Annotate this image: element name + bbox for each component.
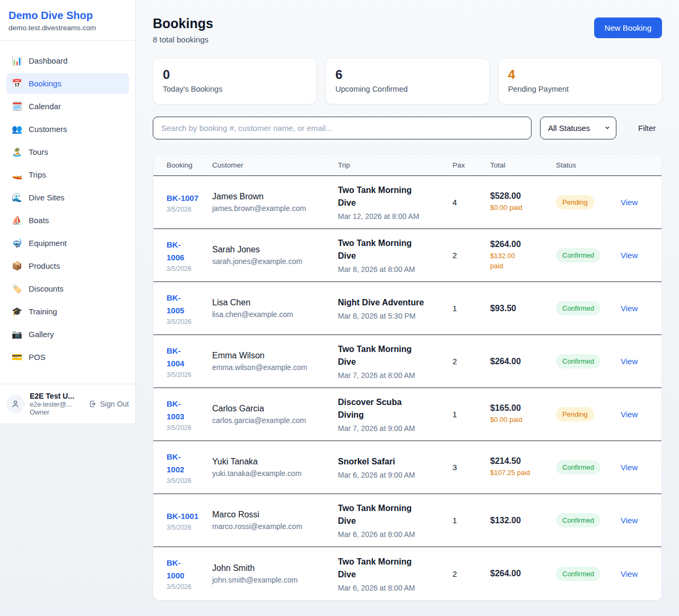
status-cell: Confirmed — [556, 567, 621, 581]
sidebar-item-label: Discounts — [29, 284, 64, 293]
sidebar-item-bookings[interactable]: 📅Bookings — [6, 73, 129, 94]
view-link[interactable]: View — [621, 516, 638, 525]
trip-cell: Two Tank Morning Dive Mar 8, 2026 at 8:0… — [338, 237, 452, 274]
stat-label: Upcoming Confirmed — [335, 85, 479, 93]
booking-id-link[interactable]: BK- 1000 — [167, 558, 184, 580]
sidebar-item-training[interactable]: 🎓Training — [6, 301, 129, 322]
sidebar-item-trips[interactable]: 🚤Trips — [6, 164, 129, 185]
sidebar-item-dashboard[interactable]: 📊Dashboard — [6, 50, 129, 71]
customer-cell: James Brown james.brown@example.com — [212, 192, 338, 213]
page-title: Bookings — [153, 16, 213, 31]
status-cell: Confirmed — [556, 460, 621, 474]
trip-name: Two Tank Morning Dive — [338, 556, 448, 581]
stats-row: 0 Today's Bookings 6 Upcoming Confirmed … — [153, 58, 662, 104]
island-icon: 🏝️ — [12, 147, 22, 157]
customer-name: Emma Wilson — [212, 351, 334, 360]
column-header-trip: Trip — [338, 161, 452, 169]
avatar — [6, 395, 24, 413]
booking-date: 3/5/2026 — [167, 318, 208, 325]
sidebar-item-pos[interactable]: 💳POS — [6, 347, 129, 367]
sidebar-item-calendar[interactable]: 🗓️Calendar — [6, 96, 129, 117]
trip-name: Two Tank Morning Dive — [338, 502, 448, 527]
bookings-table: Booking Customer Trip Pax Total Status B… — [153, 154, 662, 601]
actions-cell: View — [621, 569, 661, 578]
sidebar-item-equipment[interactable]: 🤿Equipment — [6, 233, 129, 253]
calendar-icon: 📅 — [12, 78, 22, 89]
customer-email: emma.wilson@example.com — [212, 363, 334, 372]
trip-name: Two Tank Morning Dive — [338, 184, 448, 209]
trip-name: Two Tank Morning Dive — [338, 237, 448, 262]
table-row: BK-1001 3/5/2026 Marco Rossi marco.rossi… — [153, 494, 661, 547]
status-badge: Confirmed — [556, 248, 600, 262]
sidebar-item-label: Customers — [29, 125, 67, 134]
customer-email: marco.rossi@example.com — [212, 522, 334, 531]
view-link[interactable]: View — [621, 198, 638, 207]
stat-value: 4 — [508, 67, 652, 82]
total-cell: $264.00 — [490, 357, 556, 366]
stat-card-pending-payment: 4 Pending Payment — [498, 58, 662, 104]
total-cell: $214.50 $107.25 paid — [490, 456, 556, 478]
view-link[interactable]: View — [621, 569, 638, 578]
trip-datetime: Mar 8, 2026 at 5:30 PM — [338, 312, 448, 320]
customer-email: lisa.chen@example.com — [212, 310, 334, 319]
trip-cell: Two Tank Morning Dive Mar 12, 2026 at 8:… — [338, 184, 452, 221]
table-header-row: Booking Customer Trip Pax Total Status — [153, 154, 661, 176]
trip-cell: Two Tank Morning Dive Mar 6, 2026 at 8:0… — [338, 502, 452, 539]
sidebar-item-boats[interactable]: ⛵Boats — [6, 210, 129, 231]
status-cell: Pending — [556, 195, 621, 209]
booking-id-link[interactable]: BK-1007 — [167, 193, 198, 203]
sign-out-button[interactable]: Sign Out — [89, 400, 129, 408]
total-amount: $264.00 — [490, 240, 552, 249]
pax-cell: 4 — [452, 198, 490, 207]
sidebar-item-customers[interactable]: 👥Customers — [6, 119, 129, 139]
sailboat-icon: ⛵ — [12, 215, 22, 225]
booking-date: 3/5/2026 — [167, 477, 208, 485]
total-cell: $264.00 $132.00 paid — [490, 240, 556, 270]
status-filter-select[interactable]: All Statuses — [540, 117, 616, 139]
stat-value: 6 — [335, 67, 479, 82]
actions-cell: View — [621, 251, 661, 260]
booking-id-link[interactable]: BK- 1006 — [167, 240, 184, 262]
column-header-total: Total — [490, 161, 556, 169]
diving-mask-icon: 🤿 — [12, 238, 22, 248]
view-link[interactable]: View — [621, 304, 638, 313]
customer-cell: Sarah Jones sarah.jones@example.com — [212, 245, 338, 266]
sidebar-item-gallery[interactable]: 📷Gallery — [6, 324, 129, 345]
customer-name: Yuki Tanaka — [212, 457, 334, 467]
filter-button[interactable]: Filter — [634, 120, 660, 136]
view-link[interactable]: View — [621, 410, 638, 419]
view-link[interactable]: View — [621, 357, 638, 366]
trip-name: Night Dive Adventure — [338, 296, 448, 309]
actions-cell: View — [621, 198, 661, 207]
booking-id-link[interactable]: BK- 1005 — [167, 293, 184, 315]
booking-id-link[interactable]: BK-1001 — [167, 512, 198, 521]
search-input[interactable] — [153, 117, 532, 139]
stat-card-todays-bookings: 0 Today's Bookings — [153, 58, 317, 104]
sidebar-item-products[interactable]: 📦Products — [6, 256, 129, 276]
sidebar-item-tours[interactable]: 🏝️Tours — [6, 142, 129, 162]
filter-bar: All Statuses Filter — [153, 117, 662, 139]
credit-card-icon: 💳 — [12, 352, 22, 362]
pax-cell: 3 — [452, 463, 490, 472]
sidebar-item-discounts[interactable]: 🏷️Discounts — [6, 278, 129, 299]
booking-id-link[interactable]: BK- 1004 — [167, 346, 184, 368]
booking-cell: BK- 1004 3/5/2026 — [153, 345, 212, 379]
sidebar-item-label: Training — [29, 307, 57, 316]
booking-date: 3/5/2026 — [167, 424, 208, 432]
customer-email: john.smith@example.com — [212, 576, 334, 584]
sidebar-item-dive-sites[interactable]: 🌊Dive Sites — [6, 187, 129, 208]
booking-id-link[interactable]: BK- 1002 — [167, 452, 184, 474]
view-link[interactable]: View — [621, 463, 638, 472]
booking-date: 3/5/2026 — [167, 206, 208, 213]
customer-cell: Lisa Chen lisa.chen@example.com — [212, 298, 338, 319]
booking-id-link[interactable]: BK- 1003 — [167, 399, 184, 421]
new-booking-button[interactable]: New Booking — [594, 17, 662, 38]
status-badge: Confirmed — [556, 513, 600, 527]
total-cell: $93.50 — [490, 304, 556, 313]
page-header: Bookings 8 total bookings New Booking — [153, 16, 662, 44]
actions-cell: View — [621, 516, 661, 525]
trip-datetime: Mar 12, 2026 at 8:00 AM — [338, 212, 448, 221]
user-info: E2E Test U... e2e-tester@... Owner — [30, 392, 83, 416]
view-link[interactable]: View — [621, 251, 638, 260]
table-row: BK- 1000 3/5/2026 John Smith john.smith@… — [153, 547, 661, 600]
